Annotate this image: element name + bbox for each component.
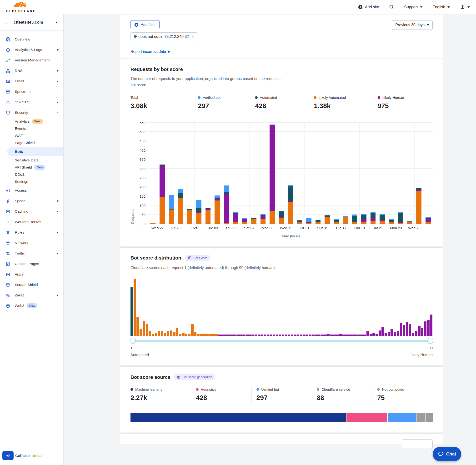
bar-day-19[interactable] (313, 123, 323, 224)
histogram-bar-score-87[interactable] (391, 329, 393, 336)
bar-day-13[interactable] (258, 123, 268, 224)
histogram-bar-score-26[interactable] (206, 334, 209, 337)
sidebar-item-caching[interactable]: Caching (0, 206, 63, 217)
slider-handle-min[interactable] (130, 338, 136, 344)
bar-day-17[interactable] (295, 123, 304, 224)
histogram-bar-score-43[interactable] (258, 335, 260, 336)
slider-handle-max[interactable] (427, 338, 433, 344)
source-segment-cloudflare-service[interactable] (416, 413, 425, 422)
sidebar-item-page-shield[interactable]: Page Shield (0, 139, 63, 147)
histogram-bar-score-40[interactable] (248, 335, 251, 336)
filter-chip[interactable]: IP does not equal 35.212.240.32 ✕ (130, 32, 198, 41)
report-incorrect-data-link[interactable]: Report incorrect data (130, 50, 171, 54)
bar-day-22[interactable] (341, 123, 350, 224)
histogram-bar-score-24[interactable] (200, 334, 203, 337)
bar-day-1[interactable] (148, 123, 158, 224)
histogram-bar-score-1[interactable] (130, 287, 133, 336)
bar-day-25[interactable] (368, 123, 378, 224)
sidebar-item-sensitive-data[interactable]: Sensitive Data (0, 157, 63, 164)
chat-launcher-button[interactable]: Chat (433, 447, 461, 461)
bar-day-8[interactable] (213, 123, 222, 224)
bar-day-3[interactable] (167, 123, 176, 224)
histogram-bar-score-65[interactable] (324, 335, 327, 336)
sidebar-item-spectrum[interactable]: Spectrum (0, 86, 63, 97)
histogram-bar-score-72[interactable] (345, 335, 348, 336)
histogram-bar-score-93[interactable] (409, 324, 412, 336)
histogram-bar-score-54[interactable] (291, 335, 293, 336)
histogram-bar-score-18[interactable] (182, 333, 185, 336)
close-icon[interactable]: ✕ (191, 34, 195, 39)
histogram-bar-score-6[interactable] (146, 324, 148, 336)
stat-label[interactable]: Machine learning (135, 387, 162, 391)
histogram-bar-score-58[interactable] (303, 335, 306, 336)
sidebar-item-ssl-tls[interactable]: SSL/TLS (0, 97, 63, 107)
histogram-bar-score-48[interactable] (273, 335, 275, 336)
histogram-bar-score-52[interactable] (285, 335, 287, 336)
histogram-bar-score-25[interactable] (203, 334, 206, 337)
histogram-bar-score-20[interactable] (188, 334, 190, 337)
histogram-bar-score-12[interactable] (164, 333, 167, 336)
histogram-bar-score-73[interactable] (348, 335, 351, 336)
bar-day-11[interactable] (240, 123, 249, 224)
site-header[interactable]: ← cftestsite3.com (0, 14, 63, 31)
histogram-bar-score-91[interactable] (403, 325, 405, 336)
histogram-bar-score-15[interactable] (173, 332, 176, 336)
histogram-bar-score-99[interactable] (427, 320, 430, 337)
histogram-bar-score-37[interactable] (239, 335, 242, 336)
histogram-bar-score-29[interactable] (215, 334, 218, 337)
histogram-bar-score-97[interactable] (421, 328, 424, 337)
histogram-bar-score-88[interactable] (394, 332, 396, 336)
language-menu[interactable]: English (433, 5, 450, 9)
bar-day-12[interactable] (249, 123, 259, 224)
bar-day-28[interactable] (396, 123, 405, 224)
sidebar-item-api-shield[interactable]: API ShieldNew (0, 164, 63, 171)
histogram-bar-score-89[interactable] (397, 331, 399, 337)
histogram-bar-score-55[interactable] (294, 335, 296, 336)
sidebar-item-security[interactable]: Security (0, 107, 63, 118)
histogram-bar-score-51[interactable] (282, 335, 284, 336)
add-filter-button[interactable]: Add filter (130, 20, 159, 29)
histogram-bar-score-96[interactable] (418, 326, 421, 336)
histogram-bar-score-85[interactable] (385, 333, 387, 336)
sidebar-item-waf[interactable]: WAF (0, 132, 63, 139)
histogram-bar-score-62[interactable] (315, 335, 318, 336)
histogram-bar-score-22[interactable] (194, 332, 197, 336)
peek-button[interactable] (402, 439, 433, 449)
sidebar-item-analytics[interactable]: AnalyticsBeta (0, 118, 63, 125)
collapse-sidebar-label[interactable]: Collapse sidebar (15, 454, 43, 458)
histogram-bar-score-64[interactable] (321, 335, 324, 336)
sidebar-item-workers-routes[interactable]: Workers Routes (0, 217, 63, 227)
bar-day-27[interactable] (387, 123, 396, 224)
settings-gear-button[interactable] (2, 451, 14, 460)
score-range-slider[interactable] (130, 340, 433, 342)
stat-label[interactable]: Verified bot (261, 387, 279, 391)
source-segment-verified-bot[interactable] (388, 413, 416, 422)
sidebar-item-network[interactable]: Network (0, 238, 63, 248)
histogram-bar-score-13[interactable] (167, 331, 169, 337)
histogram-bar-score-28[interactable] (212, 334, 215, 337)
source-segment-heuristics[interactable] (347, 413, 387, 422)
chevron-right-icon[interactable] (56, 21, 59, 24)
sidebar-item-speed[interactable]: Speed (0, 196, 63, 206)
histogram-bar-score-16[interactable] (176, 328, 179, 336)
sidebar-item-web3[interactable]: Web3New (0, 300, 63, 311)
histogram-bar-score-42[interactable] (254, 335, 257, 336)
bar-day-10[interactable] (231, 123, 240, 224)
account-menu[interactable] (460, 4, 470, 10)
bar-day-26[interactable] (378, 123, 387, 224)
bar-day-16[interactable] (286, 123, 295, 224)
bar-day-9[interactable] (222, 123, 231, 224)
histogram-bar-score-76[interactable] (357, 335, 360, 336)
cloudflare-logo[interactable]: CLOUDFLARE (6, 2, 36, 13)
histogram-bar-score-11[interactable] (161, 331, 163, 337)
bar-day-5[interactable] (185, 123, 194, 224)
histogram-bar-score-34[interactable] (230, 335, 233, 336)
histogram-bar-score-84[interactable] (381, 327, 384, 336)
histogram-bar-score-94[interactable] (412, 333, 414, 336)
histogram-bar-score-79[interactable] (367, 331, 369, 337)
sidebar-item-events[interactable]: Events (0, 125, 63, 132)
histogram-bar-score-4[interactable] (139, 329, 142, 336)
histogram-bar-score-92[interactable] (406, 322, 408, 336)
histogram-bar-score-95[interactable] (415, 331, 417, 337)
bot-score-badge[interactable]: Bot Score (185, 255, 211, 261)
